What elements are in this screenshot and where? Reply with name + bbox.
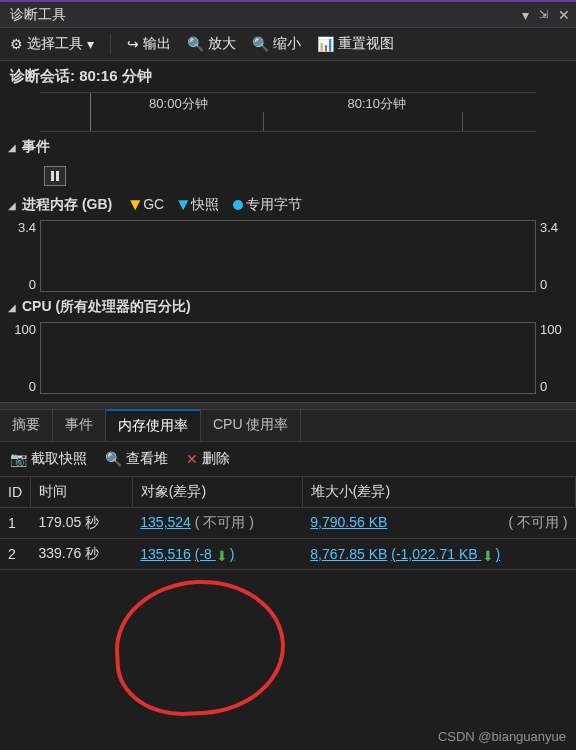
- collapse-icon: ◢: [8, 142, 16, 153]
- memory-axis-right: 3.40: [536, 220, 576, 292]
- down-arrow-icon: ⬇: [482, 548, 496, 562]
- heap-link[interactable]: 8,767.85 KB: [310, 546, 387, 562]
- cpu-axis-left: 1000: [0, 322, 40, 394]
- gc-marker-icon: [130, 200, 140, 210]
- objects-link[interactable]: 135,524: [140, 514, 191, 530]
- collapse-icon: ◢: [8, 200, 16, 211]
- memory-axis-left: 3.40: [0, 220, 40, 292]
- collapse-icon: ◢: [8, 302, 16, 313]
- take-snapshot-button[interactable]: 📷 截取快照: [10, 450, 87, 468]
- snapshot-marker-icon: [178, 200, 188, 210]
- tab-events[interactable]: 事件: [53, 410, 106, 441]
- annotation-circle: [112, 576, 289, 720]
- heap-diff-link[interactable]: (-1,022.71 KB ⬇): [391, 546, 500, 562]
- col-id[interactable]: ID: [0, 477, 31, 508]
- view-heap-button[interactable]: 🔍 查看堆: [105, 450, 168, 468]
- zoom-out-icon: 🔍: [252, 36, 269, 52]
- watermark: CSDN @bianguanyue: [438, 729, 566, 744]
- delete-button[interactable]: ✕ 删除: [186, 450, 230, 468]
- col-heap-diff[interactable]: 堆大小(差异): [302, 477, 575, 508]
- cpu-axis-right: 1000: [536, 322, 576, 394]
- tab-cpu-usage[interactable]: CPU 使用率: [201, 410, 301, 441]
- delete-icon: ✕: [186, 451, 198, 467]
- pin-icon[interactable]: ⇲: [539, 8, 548, 21]
- cpu-chart[interactable]: [40, 322, 536, 394]
- col-time[interactable]: 时间: [31, 477, 133, 508]
- splitter[interactable]: [0, 402, 576, 410]
- snapshot-table: ID 时间 对象(差异) 堆大小(差异) 1 179.05 秒 135,524 …: [0, 477, 576, 570]
- objects-diff-link[interactable]: (-8 ⬇): [195, 546, 235, 562]
- objects-link[interactable]: 135,516: [140, 546, 191, 562]
- tabs: 摘要 事件 内存使用率 CPU 使用率: [0, 410, 576, 442]
- close-icon[interactable]: ✕: [558, 7, 570, 23]
- events-section-header[interactable]: ◢ 事件: [0, 132, 576, 162]
- output-icon: ↪: [127, 36, 139, 52]
- down-arrow-icon: ⬇: [216, 548, 230, 562]
- search-icon: 🔍: [105, 451, 122, 467]
- gear-icon: ⚙: [10, 36, 23, 52]
- zoom-in-icon: 🔍: [187, 36, 204, 52]
- select-tool-dropdown[interactable]: ⚙ 选择工具 ▾: [10, 35, 94, 53]
- reset-icon: 📊: [317, 36, 334, 52]
- window-title: 诊断工具: [10, 6, 66, 24]
- tab-memory-usage[interactable]: 内存使用率: [106, 409, 201, 441]
- heap-link[interactable]: 9,790.56 KB: [310, 514, 387, 530]
- chevron-down-icon: ▾: [87, 36, 94, 52]
- session-label: 诊断会话: 80:16 分钟: [0, 61, 576, 92]
- reset-view-button[interactable]: 📊 重置视图: [317, 35, 394, 53]
- zoom-in-button[interactable]: 🔍 放大: [187, 35, 236, 53]
- cpu-section-header[interactable]: ◢ CPU (所有处理器的百分比): [0, 292, 576, 322]
- private-bytes-marker-icon: [233, 200, 243, 210]
- memory-section-header[interactable]: ◢ 进程内存 (GB) GC 快照 专用字节: [0, 190, 576, 220]
- output-button[interactable]: ↪ 输出: [127, 35, 171, 53]
- pause-marker-icon: [44, 166, 66, 186]
- camera-icon: 📷: [10, 451, 27, 467]
- memory-chart[interactable]: [40, 220, 536, 292]
- col-objects-diff[interactable]: 对象(差异): [132, 477, 302, 508]
- table-row[interactable]: 2 339.76 秒 135,516 (-8 ⬇) 8,767.85 KB (-…: [0, 539, 576, 570]
- dropdown-icon[interactable]: ▾: [522, 7, 529, 23]
- zoom-out-button[interactable]: 🔍 缩小: [252, 35, 301, 53]
- events-strip: [40, 162, 536, 190]
- time-ruler[interactable]: 80:00分钟 80:10分钟: [40, 92, 536, 132]
- tab-summary[interactable]: 摘要: [0, 410, 53, 441]
- table-row[interactable]: 1 179.05 秒 135,524 ( 不可用 ) 9,790.56 KB (…: [0, 508, 576, 539]
